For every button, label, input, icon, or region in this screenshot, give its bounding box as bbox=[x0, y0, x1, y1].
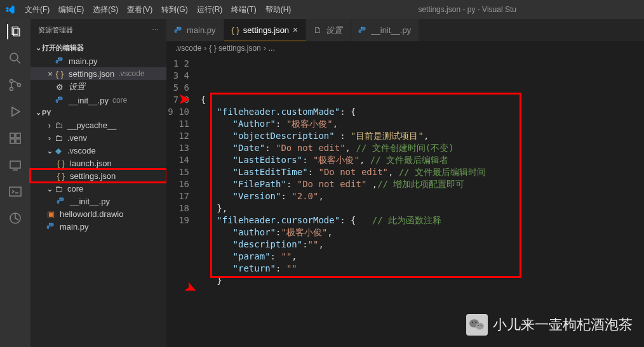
svg-rect-10 bbox=[10, 139, 15, 143]
folder-venv[interactable]: › 🗀 .venv bbox=[30, 131, 166, 144]
svg-point-24 bbox=[472, 322, 473, 323]
file-launch[interactable]: { } launch.json bbox=[30, 157, 166, 169]
file-settings[interactable]: { } settings.json bbox=[30, 169, 166, 182]
tab-prefs[interactable]: 🗋 设置 bbox=[306, 19, 351, 41]
code-key: "LastEditors" bbox=[233, 155, 303, 165]
python-icon bbox=[46, 221, 56, 232]
json-icon: { } bbox=[56, 158, 66, 168]
close-icon[interactable]: × bbox=[293, 25, 298, 35]
close-icon[interactable]: × bbox=[46, 69, 55, 79]
code-key: "LastEditTime" bbox=[233, 167, 308, 177]
tree-label: .venv bbox=[67, 133, 87, 143]
json-icon: { } bbox=[232, 25, 239, 35]
chevron-down-icon: ⌄ bbox=[46, 146, 53, 155]
project-label: PY bbox=[42, 109, 51, 117]
svg-marker-7 bbox=[12, 107, 20, 116]
folder-pycache[interactable]: › 🗀 __pycache__ bbox=[30, 119, 166, 131]
menu-select[interactable]: 选择(S) bbox=[88, 4, 123, 15]
sidebar: 资源管理器 ⋯ ⌄ 打开的编辑器 main.py × { } settings.… bbox=[30, 19, 166, 347]
window-title: settings.json - py - Visual Stu bbox=[295, 5, 639, 14]
vscode-logo-icon bbox=[5, 4, 15, 15]
svg-point-17 bbox=[58, 97, 59, 98]
open-editor-init[interactable]: __init__.py core bbox=[30, 94, 166, 107]
explorer-icon[interactable] bbox=[7, 24, 22, 39]
breadcrumb[interactable]: .vscode› { } settings.json› ... bbox=[166, 41, 644, 55]
open-editor-main[interactable]: main.py bbox=[30, 55, 166, 67]
code-key: "Author" bbox=[233, 119, 276, 129]
crumb[interactable]: ... bbox=[269, 44, 275, 53]
code-key: "author" bbox=[233, 227, 276, 237]
menu-view[interactable]: 查看(V) bbox=[123, 4, 157, 15]
tree-label: __pycache__ bbox=[67, 121, 116, 130]
gear-icon: ⚙ bbox=[55, 82, 65, 92]
code-line: { bbox=[201, 95, 206, 105]
folder-vscode[interactable]: ⌄ ◆ .vscode bbox=[30, 144, 166, 157]
search-icon[interactable] bbox=[8, 51, 23, 66]
run-debug-icon[interactable] bbox=[8, 104, 23, 119]
watermark-text: 小儿来一壶枸杞酒泡茶 bbox=[493, 315, 633, 334]
menu-terminal[interactable]: 终端(T) bbox=[227, 4, 260, 15]
crumb[interactable]: .vscode bbox=[175, 44, 201, 53]
code-val: "Do not edit" bbox=[318, 167, 388, 177]
terminal-nav-icon[interactable] bbox=[8, 184, 23, 199]
code-key: "Date" bbox=[233, 143, 265, 153]
code-key: "FilePath" bbox=[233, 179, 286, 189]
tab-main[interactable]: main.py bbox=[166, 19, 224, 41]
chevron-right-icon: › bbox=[46, 121, 53, 130]
svg-point-21 bbox=[361, 27, 362, 28]
tab-label: settings.json bbox=[243, 25, 289, 35]
menu-edit[interactable]: 编辑(E) bbox=[54, 4, 88, 15]
tree-label: settings.json bbox=[70, 171, 116, 181]
chevron-right-icon: › bbox=[264, 44, 266, 53]
code-line: } bbox=[217, 275, 222, 285]
file-main[interactable]: main.py bbox=[30, 220, 166, 233]
remote-icon[interactable] bbox=[8, 157, 23, 173]
menu-run[interactable]: 运行(R) bbox=[192, 4, 227, 15]
project-section[interactable]: ⌄ PY bbox=[30, 107, 166, 119]
folder-core[interactable]: ⌄ 🗀 core bbox=[30, 182, 166, 195]
code-key: "fileheader.customMade" bbox=[217, 107, 340, 117]
line-gutter: 1 2 3 4 5 6 7 8 9 10 11 12 13 14 15 16 1… bbox=[166, 55, 201, 347]
tab-label: 设置 bbox=[326, 25, 342, 36]
code-val: "" bbox=[281, 251, 292, 261]
chevron-right-icon: › bbox=[46, 133, 53, 143]
json-icon: { } bbox=[56, 171, 66, 181]
code-val: "Do not edit" bbox=[297, 179, 367, 189]
svg-point-23 bbox=[476, 323, 484, 330]
source-control-icon[interactable] bbox=[8, 77, 23, 93]
code-val: "极客小俊" bbox=[281, 227, 327, 237]
open-editors-section[interactable]: ⌄ 打开的编辑器 bbox=[30, 41, 166, 55]
code-key: "Version" bbox=[233, 191, 281, 201]
menu-file[interactable]: 文件(F) bbox=[20, 4, 54, 15]
menu-goto[interactable]: 转到(G) bbox=[157, 4, 192, 15]
tab-settings[interactable]: { } settings.json × bbox=[224, 19, 307, 41]
open-editor-prefs[interactable]: ⚙ 设置 bbox=[30, 80, 166, 94]
open-editor-settings[interactable]: × { } settings.json .vscode bbox=[30, 67, 166, 80]
open-editor-suffix: core bbox=[112, 96, 127, 105]
svg-point-5 bbox=[10, 88, 13, 91]
code-comment: // 此为函数注释 bbox=[372, 215, 441, 225]
editor-body[interactable]: 1 2 3 4 5 6 7 8 9 10 11 12 13 14 15 16 1… bbox=[166, 55, 644, 347]
svg-rect-0 bbox=[12, 27, 18, 35]
code-val: "极客小俊" bbox=[313, 155, 359, 165]
chevron-down-icon: ⌄ bbox=[34, 108, 42, 117]
menu-help[interactable]: 帮助(H) bbox=[261, 4, 296, 15]
watermark: 小儿来一壶枸杞酒泡茶 bbox=[466, 314, 633, 336]
svg-point-6 bbox=[18, 84, 21, 87]
spacer bbox=[46, 96, 55, 105]
tab-label: __init__.py bbox=[371, 25, 411, 35]
gitlens-icon[interactable] bbox=[8, 211, 23, 226]
code-comment: // 文件最后编辑者 bbox=[370, 155, 448, 165]
python-icon bbox=[55, 56, 65, 66]
more-icon[interactable]: ⋯ bbox=[152, 26, 159, 34]
extensions-icon[interactable] bbox=[8, 131, 23, 146]
code-key: "description" bbox=[233, 239, 303, 249]
code-comment: // 增加此项配置即可 bbox=[377, 179, 464, 189]
code-key: "fileheader.cursorMode" bbox=[217, 215, 340, 225]
code-comment: // 文件最后编辑时间 bbox=[399, 167, 486, 177]
file-drawio[interactable]: ▣ helloworld.drawio bbox=[30, 207, 166, 220]
tab-init[interactable]: __init__.py bbox=[351, 19, 419, 41]
code-content[interactable]: { "fileheader.customMade": { "Author": "… bbox=[201, 55, 644, 347]
file-init[interactable]: __init__.py bbox=[30, 195, 166, 207]
crumb[interactable]: { } settings.json bbox=[209, 44, 260, 53]
